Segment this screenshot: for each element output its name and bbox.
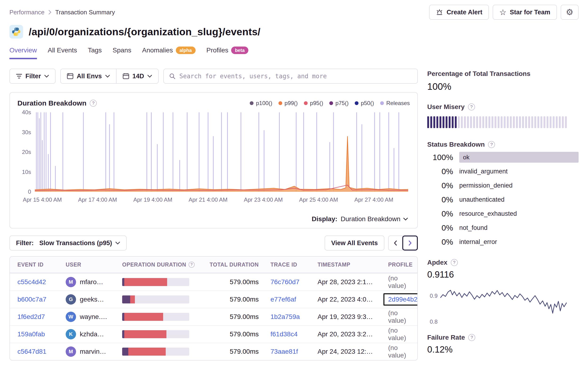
- svg-text:0.8: 0.8: [430, 319, 438, 325]
- status-row: 0% invalid_argument: [427, 164, 578, 178]
- status-label: invalid_argument: [459, 168, 508, 175]
- help-icon[interactable]: ?: [468, 334, 475, 341]
- chevron-down-icon: [44, 75, 49, 78]
- legend-p100[interactable]: p100(): [250, 100, 272, 107]
- failure-rate-section: Failure Rate ? 0.12%: [427, 334, 578, 355]
- svg-text:20s: 20s: [22, 149, 31, 155]
- duration-breakdown-panel: Duration Breakdown ? p100() p99() p95() …: [10, 92, 418, 229]
- operation-duration-bar: [122, 295, 189, 303]
- alpha-badge: alpha: [176, 47, 196, 54]
- trace-id-link[interactable]: f61d38c4: [271, 330, 297, 338]
- user-name: kzhda…: [80, 330, 104, 338]
- timestamp: Apr 22, 2023 4:0…: [317, 296, 388, 303]
- summary-sidebar: Percentage of Total Transactions 100% Us…: [427, 69, 578, 360]
- tab-overview[interactable]: Overview: [10, 47, 37, 59]
- legend-releases[interactable]: Releases: [380, 100, 410, 107]
- settings-button[interactable]: ⚙: [561, 5, 578, 20]
- view-all-events-button[interactable]: View All Events: [325, 236, 384, 250]
- chevron-right-icon: [408, 240, 412, 246]
- slow-transactions-filter-dropdown[interactable]: Filter: Slow Transactions (p95): [10, 236, 127, 250]
- total-duration: 579.00ms: [205, 330, 271, 338]
- svg-text:Apr 15 4:00 AM: Apr 15 4:00 AM: [23, 197, 62, 203]
- status-row: 0% unauthenticated: [427, 192, 578, 207]
- column-user: USER: [66, 262, 122, 268]
- trace-id-link[interactable]: 73aae81f: [271, 348, 298, 355]
- filter-bar: Filter All Envs: [10, 69, 418, 84]
- status-row: 0% permission_denied: [427, 178, 578, 192]
- operation-duration-bar: [122, 348, 189, 356]
- section-heading: Status Breakdown ?: [427, 141, 578, 148]
- event-id-link[interactable]: 159a0fab: [17, 330, 45, 338]
- event-id-link[interactable]: 1f6ed2d7: [17, 313, 45, 320]
- trace-id-link[interactable]: 76c760d7: [271, 278, 299, 286]
- tab-anomalies[interactable]: Anomalies alpha: [142, 47, 196, 59]
- operation-duration-bar: [122, 278, 189, 286]
- legend-p50[interactable]: p50(): [355, 100, 374, 107]
- total-duration: 579.00ms: [205, 296, 271, 303]
- tab-spans[interactable]: Spans: [113, 47, 131, 59]
- timestamp: Apr 24, 2023 12:…: [317, 348, 388, 355]
- filter-dropdown[interactable]: Filter: [10, 69, 55, 84]
- chevron-down-icon: [147, 75, 152, 78]
- content: Filter All Envs: [10, 69, 578, 360]
- legend-p75[interactable]: p75(): [329, 100, 349, 107]
- chevron-right-icon: [48, 10, 52, 15]
- svg-text:Apr 19 4:00 AM: Apr 19 4:00 AM: [133, 197, 172, 203]
- environment-dropdown[interactable]: All Envs: [60, 69, 116, 84]
- search-input[interactable]: [179, 73, 412, 80]
- status-row: 0% internal_error: [427, 235, 578, 249]
- help-icon[interactable]: ?: [451, 259, 458, 266]
- help-icon[interactable]: ?: [90, 100, 97, 107]
- user-avatar: G: [66, 294, 76, 305]
- star-for-team-label: Star for Team: [510, 9, 550, 16]
- legend-dot: [304, 101, 308, 105]
- table-row: b600c7a7 Ggeeks… 579.00ms e77ef6af Apr 2…: [10, 290, 417, 308]
- tab-tags[interactable]: Tags: [88, 47, 102, 59]
- profile-link[interactable]: 2d99e4b2: [388, 296, 418, 303]
- percentage-total-value: 100%: [427, 81, 578, 92]
- svg-text:30s: 30s: [22, 129, 31, 135]
- legend-p95[interactable]: p95(): [304, 100, 323, 107]
- star-for-team-button[interactable]: ☆ Star for Team: [493, 5, 557, 20]
- chevron-down-icon: [105, 75, 110, 78]
- status-percent: 0%: [427, 181, 453, 190]
- breadcrumb-current: Transaction Summary: [55, 9, 115, 16]
- breadcrumb-performance[interactable]: Performance: [10, 9, 44, 16]
- status-label: resource_exhausted: [459, 210, 517, 217]
- profile-cell: (no value): [388, 327, 410, 342]
- apdex-section: Apdex ? 0.9116 0.90.8: [427, 259, 578, 328]
- help-icon[interactable]: ?: [468, 103, 475, 110]
- event-id-link[interactable]: c5647d81: [17, 348, 46, 355]
- user-name: mfaro…: [80, 278, 103, 286]
- event-id-link[interactable]: c55c4d42: [17, 278, 46, 286]
- apdex-value: 0.9116: [427, 269, 578, 280]
- env-date-group: All Envs 14D: [60, 69, 159, 84]
- title-row: /api/0/organizations/{organization_slug}…: [10, 25, 578, 39]
- previous-page-button[interactable]: [388, 236, 403, 250]
- status-ok-bar: ok: [459, 152, 578, 163]
- column-trace-id: TRACE ID: [271, 262, 317, 268]
- page-title: /api/0/organizations/{organization_slug}…: [29, 26, 260, 38]
- table-header: EVENT ID USER OPERATION DURATION ? TOTAL…: [10, 257, 417, 273]
- display-dropdown[interactable]: Duration Breakdown: [341, 215, 408, 223]
- svg-text:Apr 21 4:00 AM: Apr 21 4:00 AM: [189, 197, 227, 203]
- event-id-link[interactable]: b600c7a7: [17, 296, 46, 303]
- help-icon[interactable]: ?: [488, 141, 495, 148]
- svg-text:40s: 40s: [22, 109, 31, 115]
- chart-legend: p100() p99() p95() p75() p50() Releases: [250, 100, 410, 107]
- create-alert-button[interactable]: Create Alert: [429, 5, 489, 20]
- status-breakdown-section: Status Breakdown ? 100% ok 0% invalid_ar…: [427, 141, 578, 249]
- section-heading: Apdex ?: [427, 259, 578, 266]
- duration-breakdown-chart[interactable]: 010s20s30s40sApr 15 4:00 AMApr 17 4:00 A…: [17, 109, 411, 210]
- next-page-button[interactable]: [402, 236, 418, 250]
- date-range-dropdown[interactable]: 14D: [116, 69, 159, 84]
- legend-p99[interactable]: p99(): [278, 100, 298, 107]
- table-row: c5647d81 Mmarvin… 579.00ms 73aae81f Apr …: [10, 343, 417, 360]
- tab-profiles[interactable]: Profiles beta: [206, 47, 249, 59]
- main-column: Filter All Envs: [10, 69, 418, 360]
- tab-all-events[interactable]: All Events: [48, 47, 77, 59]
- user-avatar: W: [66, 312, 76, 322]
- help-icon[interactable]: ?: [189, 262, 195, 268]
- trace-id-link[interactable]: 1b2a759a: [271, 313, 300, 320]
- trace-id-link[interactable]: e77ef6af: [271, 296, 296, 303]
